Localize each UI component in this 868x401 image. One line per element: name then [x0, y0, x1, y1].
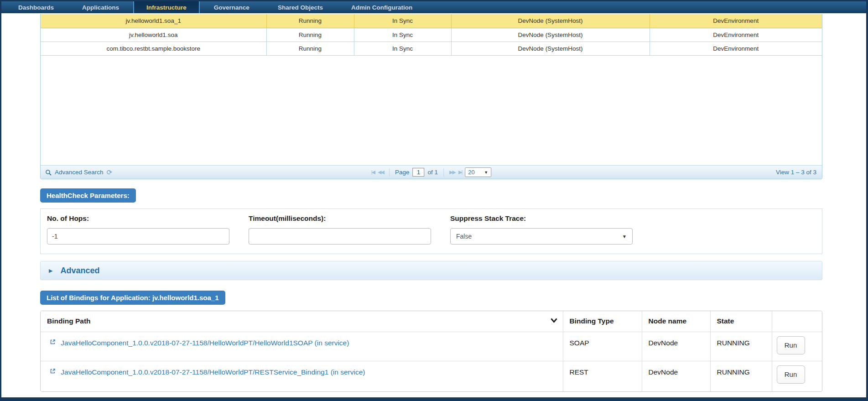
timeout-label: Timeout(milliseconds):	[249, 214, 431, 223]
nav-tab-admin-configuration[interactable]: Admin Configuration	[340, 1, 424, 13]
suppress-selected-value: False	[456, 233, 472, 240]
app-name-cell[interactable]: jv.helloworld1.soa_1	[41, 14, 266, 28]
advanced-search-group: Advanced Search ⟳	[41, 168, 112, 177]
app-sync-cell: In Sync	[354, 28, 451, 42]
column-menu-chevron-icon[interactable]	[551, 318, 557, 323]
external-link-icon	[50, 339, 56, 345]
binding-link[interactable]: JavaHelloComponent_1.0.0.v2018-07-27-115…	[61, 339, 349, 347]
run-button[interactable]: Run	[777, 365, 805, 384]
app-status-cell: Running	[266, 28, 354, 42]
hops-label: No. of Hops:	[47, 214, 229, 223]
healthcheck-parameters-title: HealthCheck Parameters:	[40, 188, 136, 203]
pager-divider	[443, 168, 444, 177]
grid-footer: Advanced Search ⟳ |◀ ◀◀ Page of 1 ▶▶ ▶| …	[41, 165, 822, 179]
page-size-select[interactable]: 20 ▼	[465, 167, 491, 177]
run-button[interactable]: Run	[777, 336, 805, 354]
timeout-field-group: Timeout(milliseconds):	[249, 214, 431, 245]
app-node-cell: DevNode (SystemHost)	[451, 42, 650, 55]
binding-path-cell: JavaHelloComponent_1.0.0.v2018-07-27-115…	[41, 361, 563, 391]
node-name-cell: DevNode	[642, 332, 710, 361]
nav-tab-governance[interactable]: Governance	[203, 1, 261, 13]
binding-type-header: Binding Type	[563, 311, 642, 332]
app-status-cell: Running	[266, 42, 354, 55]
applications-grid: jv.helloworld1.soa_1 Running In Sync Dev…	[40, 14, 822, 179]
hops-input[interactable]	[47, 228, 229, 245]
suppress-field-group: Suppress Stack Trace: False ▼	[450, 214, 633, 245]
binding-path-header: Binding Path	[41, 311, 563, 332]
last-page-button[interactable]: ▶|	[458, 169, 462, 175]
binding-type-cell: REST	[563, 361, 642, 391]
binding-row: JavaHelloComponent_1.0.0.v2018-07-27-115…	[41, 332, 822, 361]
previous-page-button[interactable]: ◀◀	[378, 169, 384, 175]
node-name-cell: DevNode	[642, 361, 710, 391]
binding-path-cell: JavaHelloComponent_1.0.0.v2018-07-27-115…	[41, 332, 563, 361]
nav-tab-infrastructure[interactable]: Infrastructure	[133, 1, 200, 13]
table-row[interactable]: com.tibco.restbt.sample.bookstore Runnin…	[41, 42, 822, 55]
first-page-button[interactable]: |◀	[371, 169, 374, 175]
app-status-cell: Running	[266, 14, 354, 28]
healthcheck-form: No. of Hops: Timeout(milliseconds): Supp…	[40, 208, 822, 254]
app-name-cell[interactable]: jv.helloworld1.soa	[41, 28, 266, 42]
nav-tab-dashboards[interactable]: Dashboards	[7, 1, 65, 13]
chevron-down-icon: ▼	[484, 170, 488, 175]
nav-tab-shared-objects[interactable]: Shared Objects	[266, 1, 334, 13]
page-label: Page	[395, 169, 410, 176]
bindings-table: Binding Path Binding Type Node name Stat…	[41, 311, 822, 391]
pagination-controls: |◀ ◀◀ Page of 1 ▶▶ ▶| 20 ▼	[371, 167, 492, 177]
app-sync-cell: In Sync	[354, 14, 451, 28]
binding-link[interactable]: JavaHelloComponent_1.0.0.v2018-07-27-115…	[61, 368, 365, 376]
admin-console-page: Dashboards Applications Infrastructure G…	[0, 0, 868, 401]
expand-arrow-icon: ▶	[49, 268, 52, 274]
suppress-stack-trace-label: Suppress Stack Trace:	[450, 214, 633, 223]
pager-divider	[389, 168, 390, 177]
next-page-button[interactable]: ▶▶	[449, 169, 455, 175]
page-number-input[interactable]	[413, 168, 425, 177]
page-size-value: 20	[468, 169, 474, 176]
chevron-down-icon: ▼	[622, 234, 627, 239]
actions-cell: Run	[772, 361, 822, 391]
app-node-cell: DevNode (SystemHost)	[451, 28, 650, 42]
bindings-header-row: Binding Path Binding Type Node name Stat…	[41, 311, 822, 332]
page-of-label: of 1	[428, 169, 438, 176]
main-content: jv.helloworld1.soa_1 Running In Sync Dev…	[40, 14, 822, 392]
app-sync-cell: In Sync	[354, 42, 451, 55]
app-node-cell: DevNode (SystemHost)	[451, 14, 650, 28]
table-row[interactable]: jv.helloworld1.soa Running In Sync DevNo…	[41, 28, 822, 42]
advanced-section-label: Advanced	[60, 266, 99, 276]
state-cell: RUNNING	[710, 361, 772, 391]
suppress-stack-trace-select[interactable]: False ▼	[450, 228, 633, 245]
advanced-section-toggle[interactable]: ▶ Advanced	[40, 261, 822, 280]
app-environment-cell: DevEnvironment	[650, 28, 822, 42]
nav-tab-applications[interactable]: Applications	[71, 1, 130, 13]
app-environment-cell: DevEnvironment	[650, 42, 822, 55]
table-row[interactable]: jv.helloworld1.soa_1 Running In Sync Dev…	[41, 14, 822, 28]
bindings-list-title: List of Bindings for Application: jv.hel…	[40, 291, 225, 305]
state-header: State	[710, 311, 772, 332]
hops-field-group: No. of Hops:	[47, 214, 229, 245]
binding-type-cell: SOAP	[563, 332, 642, 361]
actions-cell: Run	[772, 332, 822, 361]
bindings-table-container: Binding Path Binding Type Node name Stat…	[40, 311, 822, 392]
actions-header	[772, 311, 822, 332]
refresh-icon[interactable]: ⟳	[107, 168, 113, 177]
advanced-search-link[interactable]: Advanced Search	[55, 169, 104, 176]
view-range-info: View 1 – 3 of 3	[776, 169, 822, 176]
external-link-icon	[50, 368, 56, 374]
grid-empty-area	[41, 56, 822, 166]
search-icon	[45, 169, 52, 176]
node-name-header: Node name	[642, 311, 710, 332]
top-navigation: Dashboards Applications Infrastructure G…	[1, 1, 866, 13]
state-cell: RUNNING	[710, 332, 772, 361]
timeout-input[interactable]	[249, 228, 431, 245]
applications-table: jv.helloworld1.soa_1 Running In Sync Dev…	[41, 14, 822, 56]
app-environment-cell: DevEnvironment	[650, 14, 822, 28]
binding-row: JavaHelloComponent_1.0.0.v2018-07-27-115…	[41, 361, 822, 391]
app-name-cell[interactable]: com.tibco.restbt.sample.bookstore	[41, 42, 266, 55]
